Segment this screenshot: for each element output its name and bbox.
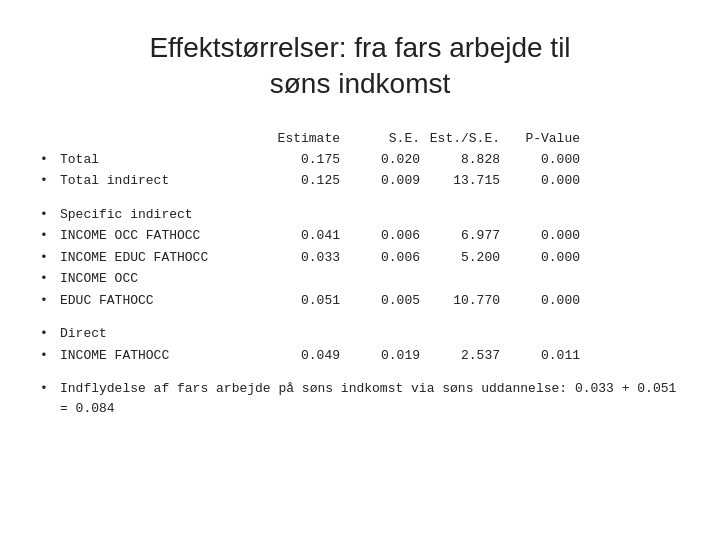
row-pvalue: 0.000: [500, 171, 580, 191]
table-row: • INCOME EDUC FATHOCC 0.033 0.006 5.200 …: [40, 248, 680, 268]
row-se: 0.006: [340, 226, 420, 246]
table-row: • Total indirect 0.125 0.009 13.715 0.00…: [40, 171, 680, 191]
row-label: INCOME OCC: [60, 269, 260, 289]
bullet: •: [40, 171, 60, 191]
row-estse: 2.537: [420, 346, 500, 366]
row-estse: 6.977: [420, 226, 500, 246]
bullet: •: [40, 150, 60, 170]
table-row: • INCOME OCC FATHOCC 0.041 0.006 6.977 0…: [40, 226, 680, 246]
bullet-placeholder: [40, 131, 60, 146]
section-header-row: • Direct: [40, 324, 680, 344]
bullet: •: [40, 379, 60, 399]
table-row: • Total 0.175 0.020 8.828 0.000: [40, 150, 680, 170]
bullet: •: [40, 291, 60, 311]
row-estimate: 0.033: [260, 248, 340, 268]
note-row: • Indflydelse af fars arbejde på søns in…: [40, 379, 680, 418]
bullet: •: [40, 248, 60, 268]
row-estse: 10.770: [420, 291, 500, 311]
row-pvalue: 0.000: [500, 291, 580, 311]
estimate-header: Estimate: [260, 131, 340, 146]
header-section: Estimate S.E. Est./S.E. P-Value • Total …: [40, 131, 680, 191]
row-label: INCOME FATHOCC: [60, 346, 260, 366]
note-text: Indflydelse af fars arbejde på søns indk…: [60, 379, 680, 418]
table-row: • INCOME OCC: [40, 269, 680, 289]
row-estse: 13.715: [420, 171, 500, 191]
row-se: 0.006: [340, 248, 420, 268]
bullet: •: [40, 346, 60, 366]
row-pvalue: 0.000: [500, 150, 580, 170]
table-row: • INCOME FATHOCC 0.049 0.019 2.537 0.011: [40, 346, 680, 366]
estse-header: Est./S.E.: [420, 131, 500, 146]
row-se: 0.019: [340, 346, 420, 366]
row-estimate: 0.049: [260, 346, 340, 366]
row-pvalue: 0.000: [500, 226, 580, 246]
row-pvalue: 0.011: [500, 346, 580, 366]
row-se: 0.005: [340, 291, 420, 311]
specific-section: • Specific indirect • INCOME OCC FATHOCC…: [40, 205, 680, 311]
table-row: • EDUC FATHOCC 0.051 0.005 10.770 0.000: [40, 291, 680, 311]
note-section: • Indflydelse af fars arbejde på søns in…: [40, 379, 680, 418]
pvalue-header: P-Value: [500, 131, 580, 146]
row-label: Total: [60, 150, 260, 170]
bullet: •: [40, 226, 60, 246]
row-estimate: 0.175: [260, 150, 340, 170]
row-se: 0.020: [340, 150, 420, 170]
se-header: S.E.: [340, 131, 420, 146]
direct-section: • Direct • INCOME FATHOCC 0.049 0.019 2.…: [40, 324, 680, 365]
bullet: •: [40, 324, 60, 344]
row-label: Total indirect: [60, 171, 260, 191]
content-area: Estimate S.E. Est./S.E. P-Value • Total …: [40, 131, 680, 419]
row-estimate: 0.041: [260, 226, 340, 246]
row-estimate: 0.051: [260, 291, 340, 311]
bullet: •: [40, 269, 60, 289]
row-se: 0.009: [340, 171, 420, 191]
row-estse: 5.200: [420, 248, 500, 268]
bullet: •: [40, 205, 60, 225]
row-estse: 8.828: [420, 150, 500, 170]
row-label: EDUC FATHOCC: [60, 291, 260, 311]
section-label: Direct: [60, 324, 260, 344]
page-title: Effektstørrelser: fra fars arbejde til s…: [40, 30, 680, 103]
row-label: INCOME OCC FATHOCC: [60, 226, 260, 246]
section-label: Specific indirect: [60, 205, 260, 225]
row-estimate: 0.125: [260, 171, 340, 191]
row-label: INCOME EDUC FATHOCC: [60, 248, 260, 268]
section-header-row: • Specific indirect: [40, 205, 680, 225]
row-pvalue: 0.000: [500, 248, 580, 268]
column-headers: Estimate S.E. Est./S.E. P-Value: [40, 131, 680, 146]
